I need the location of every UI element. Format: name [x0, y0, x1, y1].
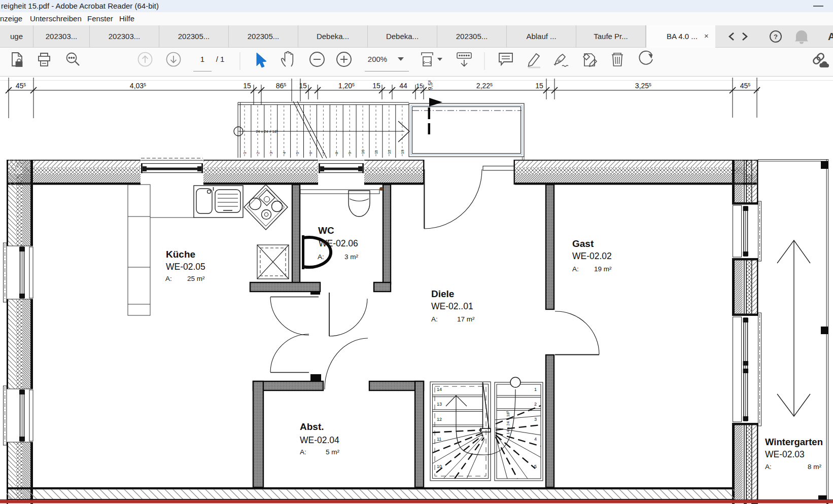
svg-text:3: 3 — [269, 152, 273, 154]
svg-text:2: 2 — [534, 402, 537, 407]
svg-text:/ 1: / 1 — [216, 55, 225, 63]
svg-text:2,225: 2,225 — [476, 82, 493, 90]
svg-text:15: 15 — [416, 83, 423, 90]
svg-text:?: ? — [774, 33, 778, 41]
svg-text:14 x 24 x 185: 14 x 24 x 185 — [506, 411, 510, 435]
svg-text:A: A — [828, 31, 833, 42]
svg-text:10: 10 — [437, 464, 442, 469]
svg-text:11: 11 — [374, 150, 378, 154]
svg-text:1: 1 — [200, 55, 204, 63]
svg-text:4: 4 — [534, 437, 537, 442]
svg-text:Diele: Diele — [431, 289, 454, 299]
svg-text:1: 1 — [534, 387, 537, 392]
svg-text:Küche: Küche — [166, 249, 195, 260]
svg-text:WE-02.04: WE-02.04 — [300, 435, 339, 445]
svg-text:1: 1 — [242, 152, 247, 154]
svg-text:Wintergarten: Wintergarten — [765, 437, 823, 447]
svg-text:2: 2 — [256, 152, 260, 154]
svg-text:5 m²: 5 m² — [326, 448, 340, 456]
svg-text:4,035: 4,035 — [130, 82, 146, 90]
svg-text:19 m²: 19 m² — [594, 265, 612, 273]
svg-text:6: 6 — [308, 152, 313, 154]
svg-text:3,255: 3,255 — [635, 82, 651, 90]
svg-text:15: 15 — [299, 82, 307, 90]
svg-text:455: 455 — [740, 82, 751, 90]
svg-text:A:: A: — [431, 315, 438, 323]
svg-text:8: 8 — [334, 152, 339, 154]
svg-text:3: 3 — [534, 417, 537, 422]
svg-text:5: 5 — [295, 152, 300, 154]
svg-text:Gast: Gast — [572, 238, 594, 249]
svg-text:3 m²: 3 m² — [344, 253, 359, 261]
svg-text:4: 4 — [282, 152, 287, 154]
svg-text:A:: A: — [318, 253, 324, 261]
svg-text:A:: A: — [165, 275, 172, 282]
svg-text:WE-02.05: WE-02.05 — [166, 262, 205, 272]
svg-text:10: 10 — [361, 150, 365, 154]
svg-text:7: 7 — [322, 152, 326, 154]
svg-text:12: 12 — [387, 150, 392, 154]
svg-text:9: 9 — [348, 152, 352, 154]
svg-text:WE-02..01: WE-02..01 — [431, 301, 473, 311]
svg-text:9,58: 9,58 — [427, 80, 433, 90]
svg-text:15: 15 — [243, 82, 251, 90]
svg-text:13: 13 — [437, 402, 442, 407]
svg-text:WE-02.02: WE-02.02 — [572, 251, 612, 261]
svg-text:13: 13 — [400, 150, 405, 154]
svg-text:A:: A: — [765, 463, 772, 471]
svg-text:A:: A: — [300, 448, 306, 456]
svg-text:5: 5 — [534, 464, 537, 469]
svg-text:12: 12 — [437, 417, 442, 422]
svg-text:14: 14 — [437, 387, 442, 392]
svg-text:44: 44 — [399, 82, 407, 90]
svg-text:17 m²: 17 m² — [457, 315, 475, 323]
svg-text:1,205: 1,205 — [338, 82, 355, 90]
svg-text:Abst.: Abst. — [300, 421, 324, 432]
svg-text:8 m²: 8 m² — [808, 463, 822, 471]
svg-text:455: 455 — [16, 82, 26, 90]
svg-text:865: 865 — [276, 82, 287, 90]
svg-text:25 m²: 25 m² — [187, 275, 205, 282]
svg-text:WC: WC — [318, 225, 334, 236]
svg-text:14 x 24 x 185: 14 x 24 x 185 — [256, 129, 278, 134]
svg-text:15: 15 — [535, 82, 543, 90]
svg-text:200%: 200% — [368, 55, 387, 63]
svg-text:WE-02.03: WE-02.03 — [765, 449, 805, 459]
svg-text:WE-02.06: WE-02.06 — [319, 238, 358, 248]
svg-text:15: 15 — [372, 82, 380, 90]
svg-text:11: 11 — [437, 437, 441, 442]
svg-text:A:: A: — [572, 265, 579, 273]
